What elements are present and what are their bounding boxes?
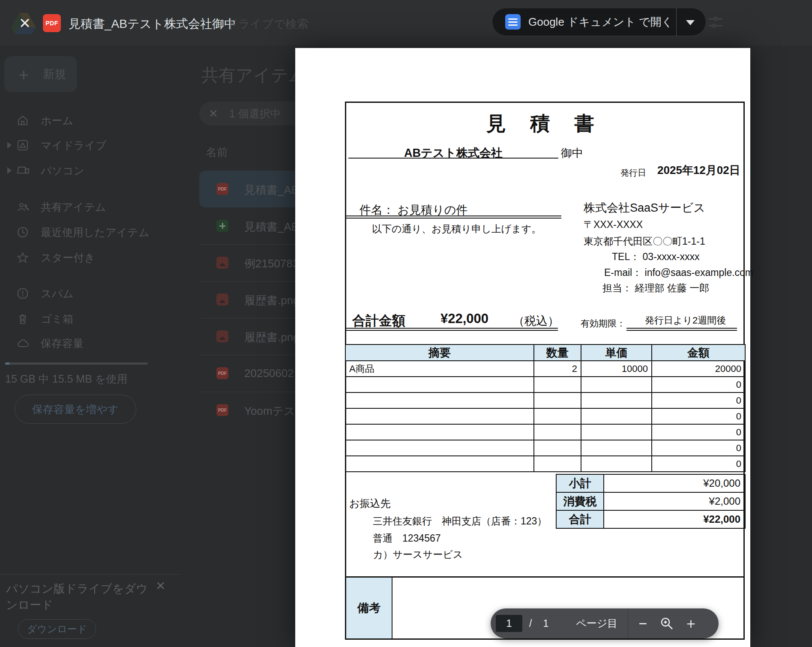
bank-name-line: 三井住友銀行 神田支店（店番：123）: [373, 515, 547, 528]
trash-icon: [17, 313, 28, 324]
validity-value: 発行日より2週間後: [645, 314, 726, 327]
image-file-icon: [216, 330, 228, 342]
page-total: 1: [543, 618, 548, 629]
sidebar-item-label: マイドライブ: [41, 138, 107, 153]
clock-icon: [17, 227, 28, 238]
file-row[interactable]: PDF 見積書_AB: [199, 171, 296, 207]
item-row: 0: [345, 392, 745, 408]
image-file-icon: [216, 257, 228, 269]
grand-total-underline: [345, 328, 558, 331]
issue-date-value: 2025年12月02日: [657, 163, 740, 178]
close-preview-icon[interactable]: ✕: [16, 15, 33, 32]
pdf-file-type-icon: PDF: [43, 14, 61, 32]
bank-holder-line: カ）サースサービス: [373, 548, 463, 561]
issuer-email: E-mail： info@saas-example.com: [604, 266, 753, 279]
item-row: 0: [345, 440, 745, 456]
zoom-in-icon[interactable]: ＋: [679, 611, 703, 635]
button-divider: [676, 8, 677, 36]
expand-caret-icon[interactable]: [7, 167, 12, 174]
toast-download-button[interactable]: ダウンロード: [18, 619, 96, 639]
page-number-input[interactable]: 1: [496, 615, 522, 632]
pdf-preview-page: 見 積 書 ABテスト株式会社 御中 発行日 2025年12月02日 件名： お…: [295, 48, 750, 647]
recipient-underline: [348, 158, 558, 159]
sidebar-item-label: 保存容量: [41, 336, 84, 350]
file-name: 見積書_AB: [244, 219, 296, 234]
sidebar-item-computers[interactable]: パソコン: [0, 158, 154, 183]
column-header-name[interactable]: 名前: [206, 145, 228, 160]
notes-label-cell: 備考: [346, 578, 393, 638]
selection-toolbar: ✕ 1 個選択中: [199, 102, 296, 126]
sidebar-item-my-drive[interactable]: マイドライブ: [0, 133, 154, 158]
preview-title: 見積書_ABテスト株式会社御中: [69, 16, 236, 32]
pdf-file-icon: PDF: [216, 367, 228, 379]
file-name: 見積書_AB: [244, 183, 296, 198]
expand-caret-icon[interactable]: [7, 142, 12, 149]
sidebar-item-recent[interactable]: 最近使用したアイテム: [0, 220, 154, 245]
sidebar-item-shared[interactable]: 共有アイテム: [0, 195, 154, 219]
sidebar-item-label: スター付き: [41, 251, 95, 265]
get-more-storage-button[interactable]: 保存容量を増やす: [15, 395, 136, 424]
file-name: 履歴書.png: [244, 293, 296, 308]
validity-label: 有効期限：: [581, 318, 626, 329]
file-row[interactable]: 見積書_AB: [199, 207, 296, 244]
issuer-contact-person: 担当： 経理部 佐藤 一郎: [602, 282, 709, 295]
open-with-google-docs-button[interactable]: Google ドキュメント で開く: [492, 8, 706, 36]
sidebar-item-storage[interactable]: 保存容量: [0, 331, 154, 356]
bank-transfer-label: お振込先: [349, 497, 391, 510]
file-name: Yoomテス: [244, 404, 295, 419]
preview-topbar: ✕ PDF 見積書_ABテスト株式会社御中 ドライブで検索 Google ドキュ…: [0, 0, 812, 45]
clear-selection-icon[interactable]: ✕: [209, 107, 218, 120]
cloud-icon: [17, 338, 29, 349]
issuer-postal-code: 〒XXX-XXXX: [584, 218, 643, 231]
subtotal-row: 小計¥20,000: [556, 474, 745, 492]
zoom-out-icon[interactable]: −: [631, 611, 655, 635]
sidebar-item-trash[interactable]: ゴミ箱: [0, 306, 154, 331]
file-row[interactable]: 履歴書.png: [199, 281, 296, 318]
sidebar-item-label: 最近使用したアイテム: [41, 225, 150, 240]
image-file-icon: [216, 294, 228, 306]
toast-close-icon[interactable]: ✕: [156, 579, 165, 593]
greeting-text: 以下の通り、お見積り申し上げます。: [372, 222, 541, 236]
file-row[interactable]: 例2150783: [199, 244, 296, 281]
open-with-dropdown-icon[interactable]: [686, 20, 695, 25]
page-title: 共有アイテム: [201, 63, 296, 87]
storage-usage-text: 15 GB 中 15.5 MB を使用: [5, 372, 127, 386]
shared-people-icon: [17, 201, 29, 213]
header-unit-price: 単価: [581, 344, 652, 361]
items-header-row: 摘要 数量 単価 金額: [345, 344, 745, 361]
new-button[interactable]: ＋ 新規: [4, 56, 77, 92]
line-items-table: 摘要 数量 単価 金額 A商品 2 10000 20000 0 0 0 0 0 …: [345, 344, 746, 472]
page-toolbar: 1 / 1 ページ目 − ＋: [491, 608, 719, 638]
file-row[interactable]: PDF 20250602: [199, 355, 296, 392]
issuer-tel: TEL： 03-xxxx-xxxx: [612, 250, 699, 264]
file-name: 履歴書.png: [244, 330, 296, 345]
sidebar-item-starred[interactable]: スター付き: [0, 245, 154, 270]
bank-account-line: 普通 1234567: [373, 532, 441, 545]
item-row: 0: [345, 424, 745, 440]
toolbar-divider: [628, 608, 628, 638]
item-row: 0: [345, 408, 745, 424]
totals-table: 小計¥20,000 消費税¥2,000 合計¥22,000: [556, 474, 746, 529]
issue-date-label: 発行日: [620, 167, 646, 179]
tax-included-note: （税込）: [513, 313, 559, 329]
page-separator: /: [529, 618, 532, 629]
file-row[interactable]: 履歴書.png: [199, 318, 296, 355]
sidebar-item-spam[interactable]: スパム: [0, 281, 154, 306]
sidebar-item-label: スパム: [41, 287, 74, 301]
pdf-file-icon: PDF: [216, 404, 228, 416]
sidebar-item-label: ゴミ箱: [41, 312, 73, 326]
file-row[interactable]: PDF Yoomテス: [199, 392, 296, 428]
sidebar-item-home[interactable]: ホーム: [0, 108, 154, 133]
spreadsheet-file-icon: [216, 220, 228, 232]
issuer-company-name: 株式会社SaaSサービス: [584, 200, 705, 216]
document-title: 見 積 書: [345, 111, 745, 137]
header-amount: 金額: [652, 344, 745, 361]
grand-total-value: ¥22,000: [440, 311, 488, 326]
background-search-placeholder: ドライブで検索: [226, 16, 309, 32]
item-row: 0: [345, 456, 745, 472]
item-row: 0: [345, 377, 745, 392]
home-icon: [17, 115, 28, 126]
subject-underline: [345, 216, 561, 219]
tax-row: 消費税¥2,000: [556, 492, 745, 510]
zoom-level-icon[interactable]: [655, 611, 679, 635]
